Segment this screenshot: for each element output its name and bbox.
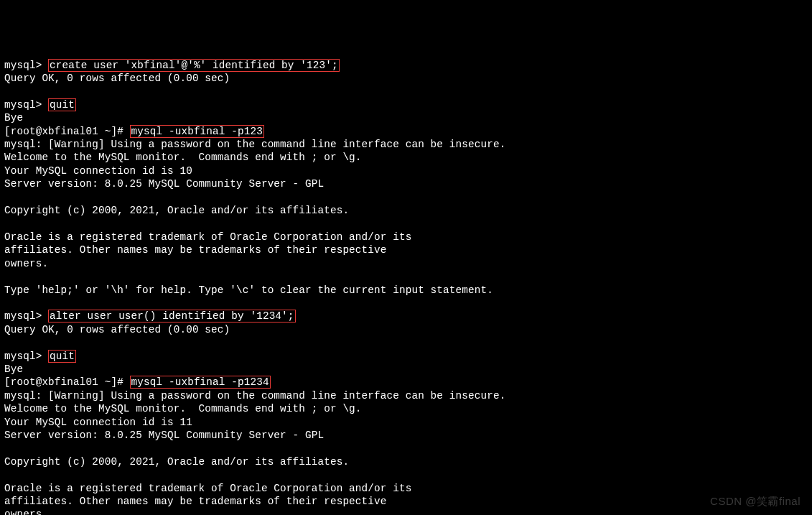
cmd-quit: quit xyxy=(48,350,76,363)
cmd-quit: quit xyxy=(48,98,76,111)
output-line: Copyright (c) 2000, 2021, Oracle and/or … xyxy=(4,205,349,216)
output-line: Query OK, 0 rows affected (0.00 sec) xyxy=(4,324,230,335)
output-line: Query OK, 0 rows affected (0.00 sec) xyxy=(4,73,230,84)
output-line: mysql: [Warning] Using a password on the… xyxy=(4,390,505,402)
cmd-shell-login: mysql -uxbfinal -p1234 xyxy=(130,376,271,389)
shell-prompt: [root@xbfinal01 ~]# xyxy=(4,126,130,137)
output-line: Welcome to the MySQL monitor. Commands e… xyxy=(4,152,362,163)
terminal-output: mysql> create user 'xbfinal'@'%' identif… xyxy=(4,59,808,515)
mysql-prompt: mysql> xyxy=(4,99,48,111)
output-line: owners. xyxy=(4,258,48,269)
cmd-alter-user: alter user user() identified by '1234'; xyxy=(48,310,295,323)
output-line: owners. xyxy=(4,509,48,515)
output-line: Welcome to the MySQL monitor. Commands e… xyxy=(4,403,362,414)
mysql-prompt: mysql> xyxy=(4,351,48,362)
output-line: Type 'help;' or '\h' for help. Type '\c'… xyxy=(4,284,493,296)
output-line: affiliates. Other names may be trademark… xyxy=(4,496,387,507)
output-line: Copyright (c) 2000, 2021, Oracle and/or … xyxy=(4,456,349,468)
watermark: CSDN @笑霸final xyxy=(710,495,801,508)
cmd-create-user: create user 'xbfinal'@'%' identified by … xyxy=(48,59,340,72)
output-line: mysql: [Warning] Using a password on the… xyxy=(4,139,505,150)
mysql-prompt: mysql> xyxy=(4,310,48,322)
output-line: Server version: 8.0.25 MySQL Community S… xyxy=(4,430,324,441)
output-line: Server version: 8.0.25 MySQL Community S… xyxy=(4,178,324,190)
output-line: Oracle is a registered trademark of Orac… xyxy=(4,483,411,494)
output-line: Bye xyxy=(4,363,23,375)
output-line: Oracle is a registered trademark of Orac… xyxy=(4,231,411,243)
output-line: Bye xyxy=(4,112,23,124)
output-line: Your MySQL connection id is 10 xyxy=(4,165,192,177)
output-line: Your MySQL connection id is 11 xyxy=(4,417,192,428)
output-line: affiliates. Other names may be trademark… xyxy=(4,244,387,256)
shell-prompt: [root@xbfinal01 ~]# xyxy=(4,376,130,388)
mysql-prompt: mysql> xyxy=(4,60,48,71)
cmd-shell-login: mysql -uxbfinal -p123 xyxy=(130,125,264,138)
